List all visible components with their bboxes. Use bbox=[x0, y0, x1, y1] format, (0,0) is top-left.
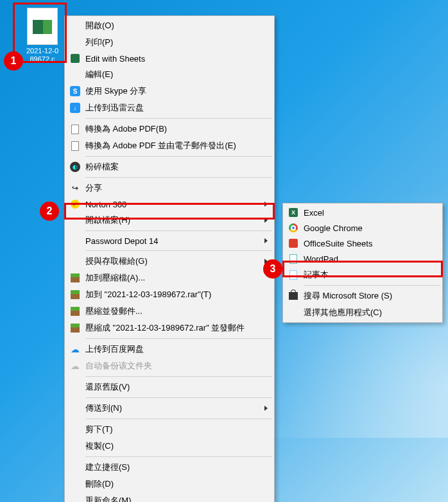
ctx-item-label: 分享 bbox=[85, 182, 102, 194]
baidu-icon: ☁ bbox=[70, 344, 80, 354]
sub-item-choose-other[interactable]: 選擇其他應用程式(C) bbox=[284, 304, 441, 321]
ctx-item-norton[interactable]: ✓Norton 360 bbox=[66, 196, 273, 212]
pdf-icon bbox=[70, 141, 80, 151]
sub-item-label: 選擇其他應用程式(C) bbox=[304, 307, 382, 318]
winrar-icon bbox=[70, 323, 80, 333]
ctx-item-label: 還原舊版(V) bbox=[85, 381, 130, 393]
step-badge-2: 2 bbox=[40, 202, 59, 221]
ctx-item-label: 加到 "2021-12-03-1989672.rar"(T) bbox=[85, 289, 211, 300]
sub-item-label: OfficeSuite Sheets bbox=[304, 239, 372, 248]
ctx-item-copy[interactable]: 複製(C) bbox=[66, 438, 273, 454]
desktop-file-icon[interactable]: X 2021-12-0 89672.c bbox=[17, 8, 68, 64]
sub-item-label: 記事本 bbox=[304, 269, 329, 281]
sub-item-label: 搜尋 Microsoft Store (S) bbox=[304, 290, 392, 302]
ctx-item-xunlei-upload[interactable]: ↓上传到迅雷云盘 bbox=[66, 100, 273, 116]
sub-item-label: Google Chrome bbox=[304, 223, 363, 233]
file-label-line1: 2021-12-0 bbox=[17, 47, 68, 55]
ctx-item-grant-access[interactable]: 授與存取權給(G) bbox=[66, 253, 273, 270]
ctx-item-label: 自动备份该文件夹 bbox=[85, 360, 152, 372]
ctx-item-label: Password Depot 14 bbox=[85, 236, 158, 246]
ctx-item-skype-share[interactable]: S使用 Skype 分享 bbox=[66, 83, 273, 100]
ctx-separator bbox=[85, 118, 272, 119]
ctx-item-send-to[interactable]: 傳送到(N) bbox=[66, 400, 273, 417]
ctx-item-to-pdf[interactable]: 轉換為 Adobe PDF(B) bbox=[66, 121, 273, 137]
ctx-item-password-depot[interactable]: Password Depot 14 bbox=[66, 233, 273, 248]
ctx-separator bbox=[85, 177, 272, 178]
ctx-item-open-with[interactable]: 開啟檔案(H) bbox=[66, 212, 273, 229]
ctx-separator bbox=[85, 338, 272, 339]
context-menu-main: 開啟(O)列印(P)Edit with Sheets編輯(E)S使用 Skype… bbox=[64, 15, 275, 502]
ctx-item-cut[interactable]: 剪下(T) bbox=[66, 421, 273, 438]
chevron-right-icon bbox=[264, 218, 268, 223]
sub-item-chrome[interactable]: Google Chrome bbox=[284, 220, 441, 236]
norton-icon: ✓ bbox=[70, 199, 80, 209]
ctx-item-restore-prev[interactable]: 還原舊版(V) bbox=[66, 379, 273, 395]
ctx-item-label: 建立捷徑(S) bbox=[85, 462, 130, 473]
sub-separator bbox=[304, 285, 440, 286]
sub-item-label: Excel bbox=[304, 208, 324, 218]
ctx-item-label: Norton 360 bbox=[85, 200, 126, 209]
officesuite-icon bbox=[288, 238, 298, 248]
file-label-line2: 89672.c bbox=[17, 55, 68, 64]
sub-item-label: WordPad bbox=[304, 254, 338, 264]
xunlei-icon: ↓ bbox=[70, 103, 80, 113]
context-menu-openwith: XExcelGoogle ChromeOfficeSuite SheetsWor… bbox=[282, 203, 443, 323]
sub-item-excel[interactable]: XExcel bbox=[284, 205, 441, 220]
ctx-item-print[interactable]: 列印(P) bbox=[66, 34, 273, 51]
chevron-right-icon bbox=[264, 202, 268, 207]
skype-icon: S bbox=[70, 86, 80, 96]
baidu-off-icon: ☁ bbox=[70, 361, 80, 371]
ctx-item-label: 壓縮成 "2021-12-03-1989672.rar" 並發郵件 bbox=[85, 322, 245, 334]
ctx-item-label: 上传到百度网盘 bbox=[85, 343, 144, 355]
ctx-item-label: 授與存取權給(G) bbox=[85, 255, 148, 267]
ctx-item-label: 重新命名(M) bbox=[85, 495, 132, 502]
sub-item-ms-store[interactable]: 搜尋 Microsoft Store (S) bbox=[284, 288, 441, 304]
ctx-item-rar-add[interactable]: 加到壓縮檔(A)... bbox=[66, 270, 273, 286]
ctx-separator bbox=[85, 250, 272, 251]
winrar-icon bbox=[70, 290, 80, 300]
ctx-item-rar-email[interactable]: 壓縮並發郵件... bbox=[66, 303, 273, 320]
ctx-item-rename[interactable]: 重新命名(M) bbox=[66, 492, 273, 502]
share-icon: ↪ bbox=[70, 183, 80, 193]
sub-item-wordpad[interactable]: WordPad bbox=[284, 251, 441, 266]
ctx-item-shred[interactable]: ◐粉碎檔案 bbox=[66, 159, 273, 175]
ctx-item-create-shortcut[interactable]: 建立捷徑(S) bbox=[66, 459, 273, 476]
shred-icon: ◐ bbox=[70, 162, 80, 172]
ctx-item-rar-email-named[interactable]: 壓縮成 "2021-12-03-1989672.rar" 並發郵件 bbox=[66, 320, 273, 336]
ctx-item-label: 壓縮並發郵件... bbox=[85, 306, 142, 317]
ctx-item-share[interactable]: ↪分享 bbox=[66, 180, 273, 196]
ctx-item-edit[interactable]: 編輯(E) bbox=[66, 66, 273, 83]
sheets-icon bbox=[70, 53, 80, 64]
ctx-item-baidu-upload[interactable]: ☁上传到百度网盘 bbox=[66, 341, 273, 358]
ctx-item-label: 刪除(D) bbox=[85, 478, 114, 490]
wordpad-icon bbox=[288, 254, 298, 264]
ctx-item-label: 加到壓縮檔(A)... bbox=[85, 272, 145, 284]
winrar-icon bbox=[70, 273, 80, 283]
ctx-item-label: 上传到迅雷云盘 bbox=[85, 102, 144, 114]
ctx-item-label: 列印(P) bbox=[85, 37, 113, 48]
ctx-item-edit-sheets[interactable]: Edit with Sheets bbox=[66, 51, 273, 66]
excel-icon: X bbox=[288, 207, 298, 218]
ctx-item-baidu-backup: ☁自动备份该文件夹 bbox=[66, 358, 273, 374]
winrar-icon bbox=[70, 306, 80, 316]
ctx-item-rar-add-named[interactable]: 加到 "2021-12-03-1989672.rar"(T) bbox=[66, 286, 273, 303]
ctx-item-label: Edit with Sheets bbox=[85, 54, 145, 64]
chevron-right-icon bbox=[264, 406, 268, 411]
chrome-icon bbox=[288, 223, 298, 233]
sub-item-notepad[interactable]: 記事本 bbox=[284, 266, 441, 283]
ctx-item-label: 複製(C) bbox=[85, 440, 114, 452]
ctx-item-open[interactable]: 開啟(O) bbox=[66, 17, 273, 34]
ctx-item-label: 開啟檔案(H) bbox=[85, 214, 130, 226]
ctx-item-label: 剪下(T) bbox=[85, 424, 113, 435]
ctx-item-label: 粉碎檔案 bbox=[85, 161, 119, 173]
excel-file-icon: X bbox=[27, 8, 58, 45]
ctx-separator bbox=[85, 397, 272, 398]
ctx-item-to-pdf-email[interactable]: 轉換為 Adobe PDF 並由電子郵件發出(E) bbox=[66, 137, 273, 154]
ctx-separator bbox=[85, 230, 272, 231]
ctx-item-label: 編輯(E) bbox=[85, 69, 113, 80]
sub-item-officesuite[interactable]: OfficeSuite Sheets bbox=[284, 236, 441, 251]
ctx-item-label: 開啟(O) bbox=[85, 20, 114, 31]
step-badge-3: 3 bbox=[263, 259, 282, 279]
ctx-separator bbox=[85, 156, 272, 157]
ctx-item-delete[interactable]: 刪除(D) bbox=[66, 476, 273, 492]
